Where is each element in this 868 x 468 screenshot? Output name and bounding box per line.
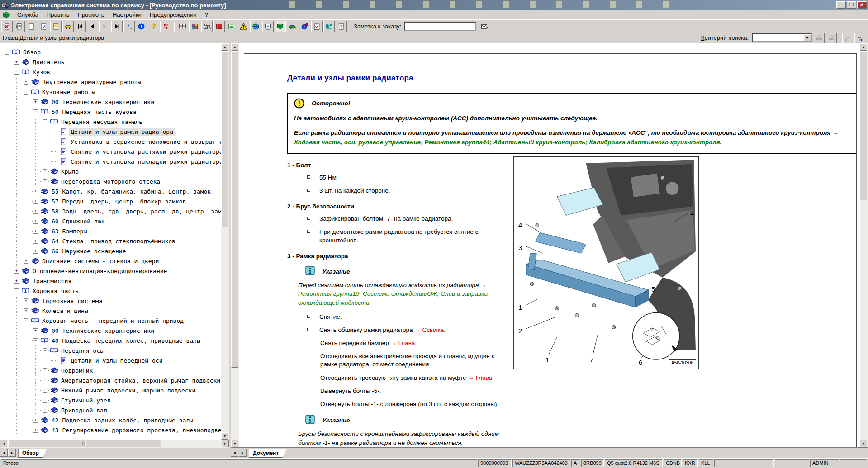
tree-item[interactable]: +Крыло — [2, 166, 221, 176]
minimize-button[interactable]: — — [836, 1, 846, 9]
collapse-icon[interactable]: − — [31, 336, 40, 345]
tree-vertical-scrollbar[interactable]: ▲ ▼ — [221, 43, 229, 440]
tree-item-label[interactable]: 58 Задн. дверь, сдв. дверь, расп. дв, це… — [50, 208, 221, 215]
tree-item-label[interactable]: Ходовая часть - передний и полный привод — [41, 317, 185, 325]
tab-overview[interactable]: Обзор — [18, 449, 47, 458]
tree-item[interactable]: +Тормозная система — [2, 296, 221, 306]
tree-item[interactable]: +Колеса и шины — [2, 306, 221, 316]
tree-item-label[interactable]: 63 Бамперы — [50, 227, 88, 235]
list-arrow-left-icon[interactable] — [842, 33, 853, 43]
menu-item-6[interactable]: ? — [201, 10, 212, 19]
monitor-check-icon[interactable] — [262, 21, 274, 32]
doc-star-icon[interactable] — [50, 21, 62, 32]
book-open-color-icon[interactable] — [177, 21, 188, 32]
scroll-up-icon[interactable]: ▲ — [231, 43, 238, 51]
expand-icon[interactable]: + — [21, 77, 31, 87]
tab-scroll-left-icon[interactable]: ◄ — [0, 449, 8, 457]
tree-item-label[interactable]: Отопление-вентиляция-кондиционирование — [31, 267, 168, 275]
tree-item-label[interactable]: Колеса и шины — [41, 307, 90, 315]
tree-item[interactable]: Снятие и установка растяжки рамки радиат… — [2, 147, 221, 156]
tree-item[interactable]: −Ходовая часть - передний и полный приво… — [2, 316, 221, 326]
scroll-up-icon[interactable]: ▲ — [860, 43, 867, 51]
expand-icon[interactable]: + — [31, 196, 40, 206]
tree-item[interactable]: +58 Задн. дверь, сдв. дверь, расп. дв, ц… — [2, 206, 221, 216]
expand-icon[interactable]: + — [21, 256, 31, 266]
tab-scroll-right-icon[interactable]: ► — [239, 449, 247, 457]
tree-item-label[interactable]: Ступичный узел — [60, 397, 112, 404]
expand-icon[interactable]: + — [31, 425, 40, 435]
expand-icon[interactable]: + — [40, 365, 50, 375]
expand-icon[interactable]: + — [40, 166, 50, 176]
tree-item[interactable]: +60 Сдвижной люк — [2, 216, 221, 226]
tree-item[interactable]: +Перегородка моторного отсека — [2, 176, 221, 186]
binoculars-next-icon[interactable] — [826, 33, 837, 43]
tree-item[interactable]: +Двигатель — [2, 57, 221, 67]
tree-item-label[interactable]: Снятие и установка накладки рамки радиат… — [69, 158, 221, 165]
menu-item-3[interactable]: Просмотр — [74, 10, 109, 19]
navigation-tree[interactable]: −Обзор+Двигатель−Кузов+Внутренние армату… — [0, 43, 221, 440]
tree-item-label[interactable]: Внутренние арматурные работы — [41, 78, 142, 86]
tree-item-label[interactable]: 00 Технические характеристики — [50, 98, 156, 106]
expand-icon[interactable]: + — [12, 266, 21, 276]
scroll-right-icon[interactable]: ► — [222, 440, 229, 447]
tree-item-label[interactable]: Крыло — [60, 168, 80, 175]
tree-item-label[interactable]: Передняя несущая панель — [60, 118, 144, 126]
collapse-icon[interactable]: − — [21, 87, 31, 97]
tree-item[interactable]: −Передняя ось — [2, 345, 221, 355]
maximize-button[interactable]: ❐ — [847, 1, 856, 9]
close-button[interactable]: ✕ — [857, 1, 867, 9]
book-red-icon[interactable] — [213, 21, 225, 32]
collapse-icon[interactable]: − — [40, 345, 50, 355]
mosaic-icon[interactable] — [189, 21, 200, 32]
doc-check-icon[interactable] — [38, 21, 49, 32]
menu-item-2[interactable]: Править — [43, 10, 74, 19]
tree-item[interactable]: +Подрамник — [2, 365, 221, 375]
tree-item[interactable]: +Ступичный узел — [2, 395, 221, 405]
collapse-icon[interactable]: − — [31, 107, 40, 117]
tree-horizontal-scrollbar[interactable]: ◄ ► — [0, 440, 229, 448]
tree-item-label[interactable]: 00 Технические характеристики — [50, 327, 156, 335]
expand-icon[interactable]: + — [31, 326, 40, 336]
book-green-icon[interactable] — [275, 21, 286, 32]
menu-item-4[interactable]: Настройки — [109, 10, 146, 19]
tree-item-label[interactable]: 40 Подвеска передних колес, приводные ва… — [50, 337, 202, 345]
order-note-input[interactable] — [404, 22, 476, 31]
swap-arrows-icon[interactable] — [160, 21, 171, 32]
tree-item[interactable]: +Описание системы - стекла и двери — [2, 256, 221, 266]
tree-item[interactable]: +00 Технические характеристики — [2, 326, 221, 336]
exit-icon[interactable] — [1, 21, 13, 32]
expand-icon[interactable]: + — [31, 206, 40, 216]
expand-icon[interactable]: + — [31, 236, 40, 246]
nav-first-icon[interactable] — [75, 21, 86, 32]
scroll-down-icon[interactable]: ▼ — [860, 440, 867, 447]
tree-item[interactable]: −50 Передняя часть кузова — [2, 107, 221, 117]
nav-last-icon[interactable] — [111, 21, 123, 32]
menu-item-1[interactable]: Служба — [13, 10, 43, 19]
tree-item-label[interactable]: Приводной вал — [60, 407, 109, 414]
tree-item[interactable]: −Ходовая часть — [2, 286, 221, 296]
tree-item-label[interactable]: 43 Регулирование дорожного просвета, пне… — [50, 426, 221, 434]
goto-t-icon[interactable]: t — [123, 21, 135, 32]
tree-item[interactable]: +63 Бамперы — [2, 226, 221, 236]
tree-item[interactable]: +43 Регулирование дорожного просвета, пн… — [2, 425, 221, 435]
tree-item-label[interactable]: 64 Стекла, привод стеклоподъёмников — [50, 237, 177, 245]
collapse-icon[interactable]: − — [2, 47, 12, 57]
clipboard-check-icon[interactable] — [311, 21, 323, 32]
tree-item-label[interactable]: Трансмиссия — [31, 277, 73, 285]
tree-item-label[interactable]: Амортизаторная стойка, верхний рычаг под… — [60, 377, 221, 384]
doc-question-icon[interactable]: ? — [336, 21, 347, 32]
tree-item-label[interactable]: 57 Передн. дверь, центр. блокир.замков — [50, 198, 187, 205]
book-teal-icon[interactable] — [323, 21, 335, 32]
expand-icon[interactable]: + — [31, 186, 40, 196]
tree-item[interactable]: Детали и узлы рамки радиатора — [2, 127, 221, 137]
tree-item[interactable]: Установка в сервисное положение и возвра… — [2, 137, 221, 147]
expand-icon[interactable]: + — [40, 176, 50, 186]
warning-triangle-icon[interactable] — [238, 21, 249, 32]
cross-reference-link[interactable]: → Глава — [390, 340, 415, 346]
expand-icon[interactable]: + — [12, 276, 21, 286]
collapse-icon[interactable]: − — [12, 286, 21, 296]
tab-document[interactable]: Документ — [249, 449, 287, 458]
combo-dropdown-icon[interactable]: ▼ — [804, 34, 811, 41]
list-arrow-right-icon[interactable] — [854, 33, 865, 43]
tree-item-label[interactable]: Подрамник — [60, 367, 94, 374]
